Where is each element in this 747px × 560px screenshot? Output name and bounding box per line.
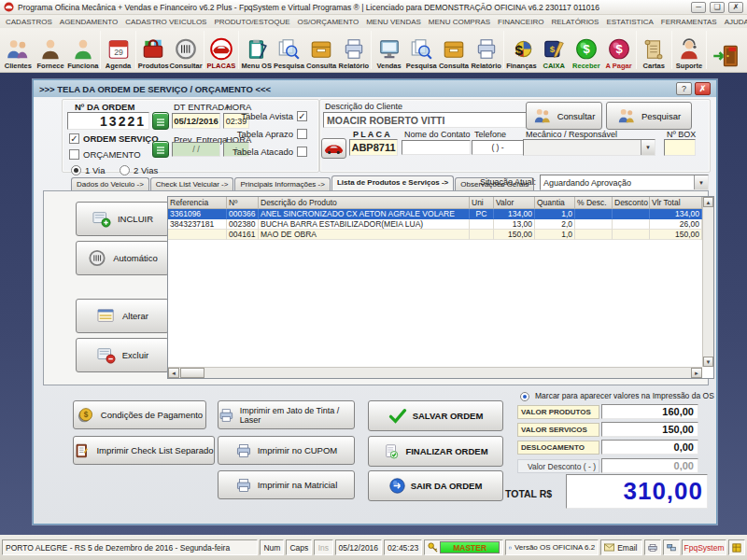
toolbar-agenda[interactable]: 29 Agenda — [102, 29, 134, 71]
print-values-radio[interactable] — [520, 392, 529, 401]
consultar-button[interactable]: Consultar — [526, 102, 602, 130]
box-field[interactable] — [664, 139, 696, 156]
menu-ferramentas[interactable]: FERRAMENTAS — [661, 18, 717, 26]
imprimir-checklist-button[interactable]: Imprimir Check List Separado — [73, 436, 215, 465]
ordem-servico-checkbox[interactable]: ✓ — [69, 133, 79, 144]
imprimir-matricial-button[interactable]: Imprimir na Matricial — [218, 470, 355, 499]
finalizar-ordem-button[interactable]: FINALIZAR ORDEM — [368, 436, 503, 467]
table-cell[interactable]: 3361096 — [168, 209, 227, 219]
table-cell[interactable] — [575, 209, 613, 219]
via2-radio[interactable] — [120, 165, 130, 175]
tab-checklist-veicular[interactable]: Check List Veicular -> — [150, 177, 234, 191]
scrollbar-thumb[interactable] — [180, 368, 204, 378]
table-cell[interactable]: 134,00 — [650, 209, 702, 219]
deslocamento-value[interactable]: 0,00 — [601, 440, 698, 455]
toolbar-financas[interactable]: $ Finanças — [505, 29, 538, 71]
client-field[interactable]: MOACIR ROBERTO VITTI — [323, 112, 527, 128]
status-email-button[interactable]: Email — [600, 539, 642, 555]
toolbar-a-pagar[interactable]: $ A Pagar — [602, 29, 635, 71]
table-cell[interactable]: MAO DE OBRA — [259, 230, 470, 240]
tabela-aprazo-checkbox[interactable] — [297, 129, 307, 139]
toolbar-cartas[interactable]: Cartas — [638, 29, 670, 71]
via1-radio[interactable] — [71, 165, 81, 175]
plate-field[interactable]: ABP8711 — [349, 139, 398, 156]
salvar-ordem-button[interactable]: SALVAR ORDEM — [368, 400, 503, 431]
imprimir-cupom-button[interactable]: Imprimir no CUPOM — [218, 436, 355, 465]
toolbar-consultar[interactable]: Consultar — [170, 29, 203, 71]
toolbar-pesquisa-vendas[interactable]: Pesquisa — [405, 29, 438, 71]
toolbar-exit[interactable] — [708, 29, 745, 71]
close-button[interactable]: ✗ — [728, 2, 743, 13]
prev-date-field[interactable]: / / — [172, 142, 220, 157]
column-header[interactable]: % Desc. — [575, 197, 613, 209]
table-cell[interactable]: 134,00 — [494, 209, 535, 219]
status-app-button[interactable] — [728, 539, 745, 555]
tab-dados-veiculo[interactable]: Dados do Veiculo -> — [71, 177, 149, 191]
table-cell[interactable]: 002380 — [227, 219, 259, 230]
tab-principais-informacoes[interactable]: Principais Informações -> — [234, 177, 330, 191]
toolbar-relatorio-vendas[interactable]: Relatório — [470, 29, 502, 71]
menu-os-orcamento[interactable]: OS/ORÇAMENTO — [298, 18, 359, 26]
menu-vendas[interactable]: MENU VENDAS — [366, 18, 421, 26]
minimize-button[interactable]: ─ — [691, 2, 706, 13]
table-cell[interactable]: 004161 — [227, 230, 259, 240]
menu-financeiro[interactable]: FINANCEIRO — [498, 18, 543, 26]
table-cell[interactable] — [470, 230, 494, 240]
column-header[interactable]: Vlr Total — [650, 197, 702, 209]
horizontal-scrollbar[interactable]: ◄ ► — [168, 367, 702, 378]
order-calendar-button[interactable] — [152, 112, 169, 130]
table-cell[interactable] — [613, 219, 650, 230]
order-number-field[interactable]: 13221 — [67, 112, 149, 130]
toolbar-suporte[interactable]: Suporte — [673, 29, 706, 71]
table-cell[interactable] — [575, 219, 613, 230]
column-header[interactable]: Descrição do Produto — [259, 197, 470, 209]
table-cell[interactable]: 13,00 — [494, 219, 535, 230]
table-cell[interactable] — [168, 230, 227, 240]
tabela-atacado-checkbox[interactable] — [297, 147, 307, 157]
toolbar-funciona[interactable]: Funciona — [66, 29, 99, 71]
toolbar-produtos[interactable]: Produtos — [137, 29, 170, 71]
menu-produto-estoque[interactable]: PRODUTO/ESTOQUE — [214, 18, 289, 26]
tabela-avista-checkbox[interactable]: ✓ — [297, 111, 307, 121]
valor-servicos-value[interactable]: 150,00 — [601, 422, 698, 437]
automatico-button[interactable]: Automático — [76, 241, 169, 275]
column-header[interactable]: Uni — [470, 197, 494, 209]
sair-ordem-button[interactable]: SAIR DA ORDEM — [368, 470, 503, 501]
column-header[interactable]: Quantia — [535, 197, 575, 209]
menu-cadastro-veiculos[interactable]: CADASTRO VEICULOS — [125, 18, 206, 26]
vertical-scrollbar[interactable]: ▲ ▼ — [702, 197, 713, 367]
toolbar-placas[interactable]: PLACAS — [205, 29, 238, 71]
toolbar-caixa[interactable]: $ CAIXA — [538, 29, 571, 71]
valor-desconto-value[interactable]: 0,00 — [601, 458, 698, 473]
toolbar-fornece[interactable]: Fornece — [35, 29, 67, 71]
column-header[interactable]: Referencia — [168, 197, 227, 209]
tab-lista-produtos-servicos[interactable]: Lista de Produtos e Serviços -> — [331, 175, 454, 191]
scroll-right-icon[interactable]: ► — [691, 368, 702, 378]
table-cell[interactable]: 150,00 — [494, 230, 535, 240]
menu-cadastros[interactable]: CADASTROS — [6, 18, 52, 26]
scroll-up-icon[interactable]: ▲ — [703, 197, 713, 207]
toolbar-menu-os[interactable]: Menu OS — [240, 29, 273, 71]
plate-car-button[interactable] — [321, 138, 346, 159]
table-cell[interactable]: 000366 — [227, 209, 259, 219]
table-cell[interactable]: 26,00 — [650, 219, 702, 230]
menu-ajuda[interactable]: AJUDA — [725, 18, 747, 26]
status-network-button[interactable] — [663, 539, 680, 555]
excluir-button[interactable]: Excluir — [76, 338, 169, 372]
column-header[interactable]: Desconto — [613, 197, 650, 209]
table-cell[interactable] — [613, 230, 650, 240]
pesquisar-button[interactable]: Pesquisar — [606, 102, 692, 130]
column-header[interactable]: Valor — [494, 197, 535, 209]
table-cell[interactable]: BUCHA BARRA ESTABILIZADOR(MEIA LUA) — [259, 219, 470, 230]
toolbar-consulta-vendas[interactable]: Consulta — [438, 29, 471, 71]
restore-button[interactable]: ❏ — [710, 2, 725, 13]
column-header[interactable]: Nº — [227, 197, 259, 209]
menu-compras[interactable]: MENU COMPRAS — [429, 18, 490, 26]
toolbar-receber[interactable]: $ Receber — [571, 29, 603, 71]
table-cell[interactable] — [613, 209, 650, 219]
table-cell[interactable] — [470, 219, 494, 230]
status-printer-button[interactable] — [644, 539, 661, 555]
condicoes-pagamento-button[interactable]: $ Condições de Pagamento — [73, 400, 206, 429]
table-cell[interactable]: 1,0 — [535, 230, 575, 240]
contact-field[interactable] — [402, 140, 471, 155]
